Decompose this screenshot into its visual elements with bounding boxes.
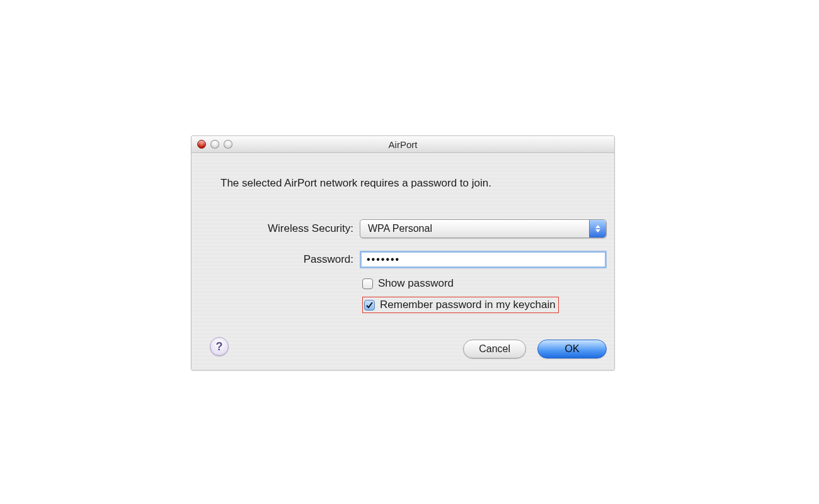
show-password-checkbox[interactable] xyxy=(362,278,373,289)
airport-password-dialog: AirPort The selected AirPort network req… xyxy=(191,135,615,370)
window-controls xyxy=(197,140,232,149)
help-button[interactable]: ? xyxy=(210,337,229,356)
remember-password-row: Remember password in my keychain xyxy=(192,297,614,313)
password-input[interactable]: ••••••• xyxy=(360,251,607,268)
cancel-button[interactable]: Cancel xyxy=(463,340,526,358)
popup-arrows-icon xyxy=(589,220,606,238)
wireless-security-popup[interactable]: WPA Personal xyxy=(360,219,607,238)
window-title: AirPort xyxy=(192,139,614,150)
titlebar: AirPort xyxy=(192,136,614,153)
password-label: Password: xyxy=(192,253,360,266)
checkmark-icon xyxy=(365,301,374,309)
dialog-body: The selected AirPort network requires a … xyxy=(192,153,614,370)
remember-highlight: Remember password in my keychain xyxy=(362,297,559,313)
cancel-button-label: Cancel xyxy=(479,343,510,355)
password-row: Password: ••••••• xyxy=(192,251,614,268)
svg-marker-0 xyxy=(595,225,600,228)
zoom-window-button[interactable] xyxy=(224,140,232,149)
password-value: ••••••• xyxy=(367,254,400,265)
minimize-window-button[interactable] xyxy=(210,140,219,149)
remember-password-checkbox[interactable] xyxy=(364,300,375,311)
show-password-label: Show password xyxy=(378,277,454,290)
remember-password-label: Remember password in my keychain xyxy=(380,299,556,311)
wireless-security-row: Wireless Security: WPA Personal xyxy=(192,219,614,238)
ok-button[interactable]: OK xyxy=(537,340,607,358)
close-window-button[interactable] xyxy=(197,140,206,149)
show-password-row: Show password xyxy=(192,277,614,290)
svg-marker-1 xyxy=(595,229,600,232)
wireless-security-value: WPA Personal xyxy=(368,223,432,234)
dialog-message: The selected AirPort network requires a … xyxy=(220,177,491,190)
ok-button-label: OK xyxy=(564,343,579,355)
help-icon: ? xyxy=(216,340,223,353)
wireless-security-label: Wireless Security: xyxy=(192,222,360,235)
dialog-buttons: Cancel OK xyxy=(463,340,607,358)
